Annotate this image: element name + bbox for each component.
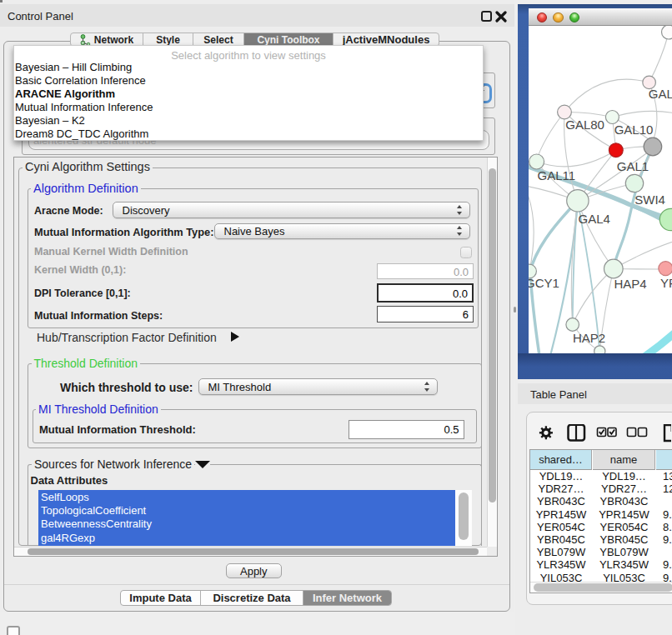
svg-text:GAL80: GAL80: [565, 118, 604, 132]
svg-text:GAL10: GAL10: [614, 122, 654, 137]
svg-text:HAP4: HAP4: [614, 277, 646, 291]
svg-text:GAL7: GAL7: [649, 87, 672, 101]
svg-text:HAP2: HAP2: [573, 331, 605, 345]
svg-text:GCY1: GCY1: [529, 276, 559, 290]
svg-text:GAL4: GAL4: [579, 212, 610, 226]
svg-text:YP: YP: [660, 276, 672, 290]
svg-text:GAL1: GAL1: [617, 159, 649, 173]
svg-text:GAL11: GAL11: [538, 168, 576, 182]
svg-text:SWI4: SWI4: [634, 192, 665, 207]
